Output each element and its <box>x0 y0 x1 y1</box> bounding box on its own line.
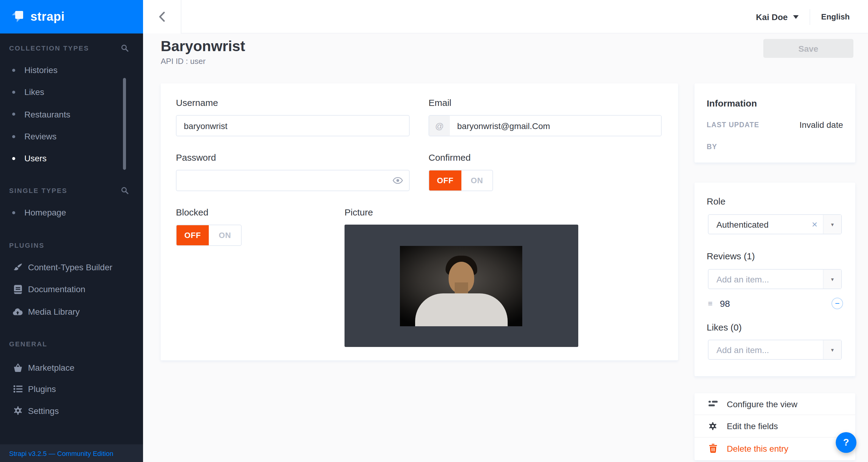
information-title: Information <box>707 98 757 109</box>
sidebar-item-label: Likes <box>24 87 44 97</box>
version-label: Strapi v3.2.5 — Community Edition <box>9 450 113 457</box>
username-input[interactable] <box>176 115 410 136</box>
role-select[interactable]: Authenticated × ▾ <box>708 214 842 234</box>
confirmed-toggle: OFF ON <box>429 170 493 191</box>
sidebar-item-marketplace[interactable]: Marketplace <box>0 357 143 378</box>
back-button[interactable] <box>143 0 181 33</box>
last-update-label: LAST UPDATE <box>707 121 760 128</box>
sidebar-item-histories[interactable]: Histories <box>0 59 143 81</box>
bullet-icon <box>12 113 15 116</box>
book-icon <box>12 285 23 294</box>
sidebar-item-label: Restaurants <box>24 109 70 119</box>
bullet-icon <box>12 68 15 71</box>
eye-icon[interactable] <box>393 175 403 186</box>
sidebar-item-reviews[interactable]: Reviews <box>0 125 143 148</box>
divider <box>810 9 810 25</box>
sidebar-item-settings[interactable]: Settings <box>0 400 143 422</box>
drag-handle-icon[interactable]: ≡ <box>708 299 712 308</box>
clear-icon[interactable]: × <box>806 219 823 229</box>
strapi-logo-icon <box>10 9 26 24</box>
user-photo <box>400 246 522 326</box>
logo[interactable]: strapi <box>0 0 143 33</box>
relation-item-value[interactable]: 98 <box>720 298 730 308</box>
bullet-icon <box>12 157 15 160</box>
sidebar-item-label: Reviews <box>24 131 57 141</box>
picture-label: Picture <box>344 207 373 217</box>
sidebar-item-content-types-builder[interactable]: Content-Types Builder <box>0 256 143 278</box>
delete-entry-link[interactable]: Delete this entry <box>694 437 855 460</box>
sidebar-item-documentation[interactable]: Documentation <box>0 278 143 301</box>
chevron-left-icon <box>159 11 165 22</box>
role-value: Authenticated <box>709 219 769 229</box>
user-menu[interactable]: Kai Doe <box>756 12 788 22</box>
reviews-relation-item[interactable]: ≡ 98 − <box>694 295 855 311</box>
sidebar-item-label: Marketplace <box>28 363 74 372</box>
save-button[interactable]: Save <box>763 39 854 58</box>
password-field <box>176 170 410 191</box>
sidebar-item-label: Media Library <box>28 306 80 316</box>
blocked-toggle: OFF ON <box>176 225 242 246</box>
last-update-value: Invalid date <box>800 120 843 130</box>
page-title: Baryonwrist <box>161 38 245 55</box>
edit-form-card: Username Email @ Password Confirmed OFF … <box>161 83 678 360</box>
brand-name: strapi <box>30 10 65 24</box>
sidebar-scrollbar[interactable] <box>123 78 126 170</box>
configure-view-link[interactable]: Configure the view <box>694 393 855 415</box>
confirmed-toggle-off[interactable]: OFF <box>429 171 461 190</box>
sidebar-item-label: Documentation <box>28 284 85 294</box>
caret-down-icon[interactable]: ▾ <box>823 270 841 288</box>
blocked-toggle-on[interactable]: ON <box>209 225 241 245</box>
role-label: Role <box>707 196 725 206</box>
trash-icon <box>708 444 718 453</box>
section-single-types: SINGLE TYPES <box>9 187 67 194</box>
sidebar-item-likes[interactable]: Likes <box>0 81 143 103</box>
relations-card: Role Authenticated × ▾ Reviews (1) Add a… <box>694 183 855 376</box>
sidebar-item-homepage[interactable]: Homepage <box>0 202 143 224</box>
cloud-upload-icon <box>12 308 23 315</box>
remove-item-button[interactable]: − <box>832 297 843 309</box>
likes-select[interactable]: Add an item... ▾ <box>708 340 842 360</box>
sidebar-item-plugins[interactable]: Plugins <box>0 378 143 400</box>
picture-preview[interactable] <box>344 225 578 347</box>
caret-down-icon[interactable]: ▾ <box>823 340 841 359</box>
caret-down-icon[interactable]: ▾ <box>823 215 841 234</box>
likes-placeholder: Add an item... <box>709 345 769 355</box>
page-subtitle: API ID : user <box>161 57 206 66</box>
basket-icon <box>12 363 23 372</box>
confirmed-toggle-on[interactable]: ON <box>461 171 492 190</box>
gear-icon <box>12 406 23 415</box>
version-link[interactable]: Strapi v3.2.5 — Community Edition <box>0 444 143 462</box>
confirmed-label: Confirmed <box>429 152 470 162</box>
help-button[interactable]: ? <box>836 432 857 453</box>
language-selector[interactable]: English <box>821 12 850 21</box>
sidebar-item-media-library[interactable]: Media Library <box>0 300 143 322</box>
configure-view-label: Configure the view <box>727 399 797 409</box>
sidebar-item-label: Plugins <box>28 384 56 394</box>
sidebar-item-label: Users <box>24 154 46 163</box>
sidebar-item-restaurants[interactable]: Restaurants <box>0 103 143 125</box>
reviews-select[interactable]: Add an item... ▾ <box>708 269 842 289</box>
gear-icon <box>708 422 718 430</box>
password-label: Password <box>176 152 216 162</box>
edit-fields-label: Edit the fields <box>727 421 778 431</box>
section-collection-types: COLLECTION TYPES <box>9 44 89 52</box>
brush-icon <box>12 263 23 272</box>
email-field: @ <box>429 115 662 136</box>
sidebar-item-label: Homepage <box>24 208 66 217</box>
information-card: Information LAST UPDATE Invalid date BY <box>694 83 855 162</box>
sidebar-item-label: Content-Types Builder <box>28 263 112 272</box>
caret-down-icon[interactable] <box>793 15 799 19</box>
sidebar: strapi COLLECTION TYPES Histories Likes … <box>0 0 143 462</box>
blocked-toggle-off[interactable]: OFF <box>177 225 209 245</box>
edit-fields-link[interactable]: Edit the fields <box>694 415 855 438</box>
blocked-label: Blocked <box>176 207 209 217</box>
at-sign-icon: @ <box>429 116 450 136</box>
email-input[interactable] <box>450 116 661 136</box>
reviews-label: Reviews (1) <box>707 251 755 261</box>
search-icon[interactable] <box>121 43 128 54</box>
sidebar-item-users[interactable]: Users <box>0 147 143 170</box>
search-icon[interactable] <box>121 186 128 196</box>
username-label: Username <box>176 97 218 108</box>
section-plugins: PLUGINS <box>9 242 44 249</box>
password-input[interactable] <box>176 170 410 191</box>
